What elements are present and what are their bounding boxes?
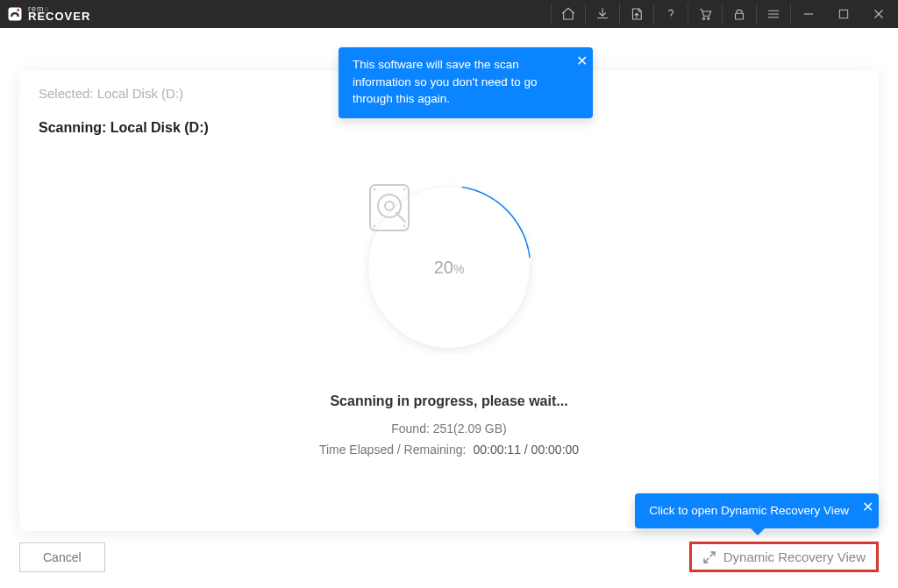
dynamic-recovery-view-button[interactable]: Dynamic Recovery View <box>689 542 879 572</box>
svg-point-13 <box>374 188 375 190</box>
maximize-button[interactable] <box>826 0 861 28</box>
svg-line-12 <box>396 213 405 222</box>
scan-info-tooltip-text: This software will save the scan informa… <box>353 58 537 105</box>
footer-bar: Cancel Dynamic Recovery View <box>19 542 879 572</box>
svg-rect-4 <box>736 13 744 19</box>
cancel-button[interactable]: Cancel <box>19 542 105 572</box>
tooltip-close-icon[interactable]: ✕ <box>576 51 588 71</box>
minimize-button[interactable] <box>791 0 826 28</box>
expand-icon <box>702 550 716 564</box>
titlebar: remo RECOVER <box>0 0 898 28</box>
logo-mark-icon <box>7 6 23 22</box>
home-icon[interactable] <box>552 0 585 28</box>
scanning-disk-label: Scanning: Local Disk (D:) <box>39 120 859 136</box>
scan-info-tooltip: ✕ This software will save the scan infor… <box>339 47 593 118</box>
svg-point-3 <box>708 18 709 19</box>
drv-tooltip: ✕ Click to open Dynamic Recovery View <box>635 493 879 528</box>
tooltip-close-icon[interactable]: ✕ <box>862 497 873 517</box>
svg-point-14 <box>403 188 405 190</box>
update-icon[interactable] <box>620 0 653 28</box>
lock-icon[interactable] <box>723 0 756 28</box>
svg-rect-5 <box>839 10 847 18</box>
progress-area: 20% Scanning in progress, please wait...… <box>39 180 859 457</box>
svg-rect-9 <box>370 185 409 230</box>
close-window-button[interactable] <box>861 0 896 28</box>
progress-percent: 20% <box>434 258 465 278</box>
svg-point-16 <box>403 225 405 227</box>
found-count-text: Found: 251(2.09 GB) <box>391 422 507 436</box>
help-icon[interactable] <box>654 0 688 28</box>
time-elapsed-text: Time Elapsed / Remaining: 00:00:11 / 00:… <box>319 443 579 457</box>
brand-line2: RECOVER <box>28 12 90 21</box>
progress-circle: 20% <box>361 180 537 355</box>
titlebar-controls <box>551 0 896 28</box>
app-logo: remo RECOVER <box>7 6 90 22</box>
svg-point-15 <box>374 225 375 227</box>
scan-card: Selected: Local Disk (D:) Scanning: Loca… <box>19 70 879 531</box>
drv-tooltip-text: Click to open Dynamic Recovery View <box>649 504 849 517</box>
download-icon[interactable] <box>586 0 619 28</box>
disk-scan-icon <box>361 180 417 236</box>
drv-button-label: Dynamic Recovery View <box>723 549 866 564</box>
svg-point-11 <box>385 202 394 210</box>
progress-status-text: Scanning in progress, please wait... <box>330 393 567 409</box>
svg-point-1 <box>17 9 19 11</box>
cart-icon[interactable] <box>688 0 722 28</box>
menu-icon[interactable] <box>757 0 790 28</box>
svg-point-2 <box>702 18 704 19</box>
